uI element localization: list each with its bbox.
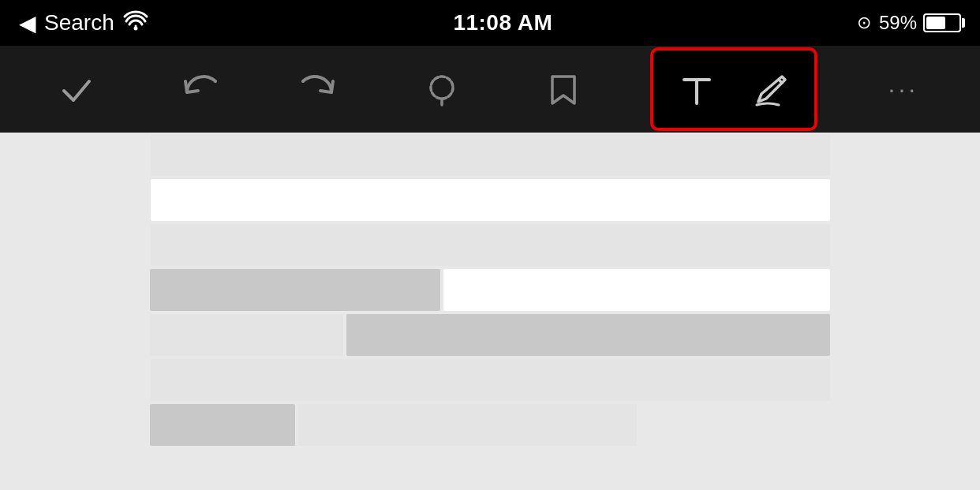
pen-button[interactable]: [735, 54, 806, 125]
back-label[interactable]: Search: [44, 10, 114, 36]
content-area: [0, 133, 980, 490]
battery-fill: [926, 17, 945, 29]
doc-cell: [833, 134, 979, 176]
battery-icon: [923, 13, 961, 32]
lasso-button[interactable]: [406, 54, 477, 125]
status-left: ◀ Search: [19, 10, 149, 36]
done-button[interactable]: [41, 54, 112, 125]
doc-cell: [443, 269, 830, 311]
doc-cell: [150, 269, 440, 311]
text-pen-group: [650, 47, 817, 131]
doc-cell: [150, 314, 343, 356]
doc-cell: [346, 314, 830, 356]
redo-button[interactable]: [285, 54, 356, 125]
doc-cell: [833, 224, 979, 266]
doc-cell: [2, 224, 148, 266]
doc-cell: [2, 134, 148, 176]
undo-button[interactable]: [163, 54, 234, 125]
doc-cell: [298, 404, 637, 446]
doc-cell: [151, 224, 830, 266]
doc-cell: [2, 404, 147, 446]
more-dots-icon: ···: [888, 75, 918, 104]
status-right: ⊙ 59%: [857, 12, 961, 34]
text-button[interactable]: [661, 54, 732, 125]
doc-cell: [151, 134, 830, 176]
toolbar: ···: [0, 46, 980, 133]
doc-row: [0, 312, 980, 357]
doc-cell: [2, 179, 148, 221]
doc-cell: [833, 359, 979, 401]
rotation-lock-icon: ⊙: [857, 13, 871, 33]
bookmark-button[interactable]: [528, 54, 599, 125]
status-bar: ◀ Search 11:08 AM ⊙ 59%: [0, 0, 980, 46]
doc-cell: [833, 179, 979, 221]
document-content: [0, 133, 980, 490]
doc-cell: [151, 359, 830, 401]
doc-cell: [833, 269, 978, 311]
battery-container: 59%: [879, 12, 961, 34]
more-button[interactable]: ···: [868, 54, 939, 125]
doc-row: [0, 178, 980, 223]
doc-row: [0, 267, 980, 312]
doc-cell: [150, 404, 295, 446]
doc-row: [0, 223, 980, 267]
battery-percent: 59%: [879, 12, 917, 34]
doc-cell: [833, 314, 978, 356]
doc-row: [0, 133, 980, 178]
time-display: 11:08 AM: [453, 10, 552, 36]
doc-cell: [151, 179, 830, 221]
back-arrow-icon[interactable]: ◀: [19, 10, 36, 36]
svg-point-1: [431, 77, 453, 99]
wifi-icon: [122, 10, 149, 36]
svg-point-0: [133, 26, 137, 30]
doc-cell: [2, 359, 148, 401]
doc-cell: [640, 404, 978, 446]
doc-cell: [2, 314, 147, 356]
svg-line-5: [779, 80, 782, 83]
doc-row: [0, 357, 980, 402]
doc-cell: [2, 269, 147, 311]
doc-row: [0, 402, 980, 447]
